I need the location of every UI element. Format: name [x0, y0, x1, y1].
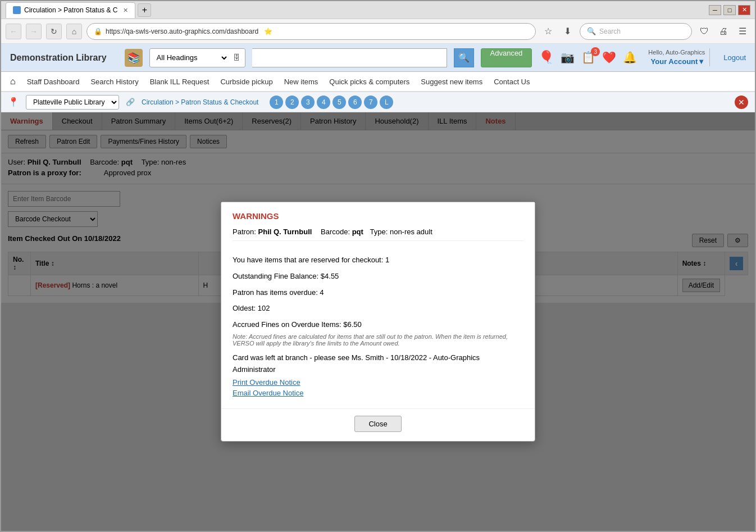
patron-tab-7[interactable]: 7 — [364, 96, 377, 109]
minimize-button[interactable]: ─ — [709, 5, 721, 15]
warning-line-4: Oldest: 102 — [233, 303, 523, 315]
list-icon-group[interactable]: 📋 3 — [581, 51, 595, 64]
modal-type: non-res adult — [390, 228, 432, 236]
library-select[interactable]: Platteville Public Library — [26, 95, 119, 110]
modal-header: WARNINGS Patron: Phil Q. Turnbull Barcod… — [221, 202, 535, 245]
modal-overlay: WARNINGS Patron: Phil Q. Turnbull Barcod… — [1, 112, 755, 531]
warning-line-2: Outstanding Fine Balance: $4.55 — [233, 271, 523, 283]
app-logo: 📚 — [125, 49, 143, 67]
browser-right-icons: 🛡 🖨 ☰ — [696, 24, 750, 39]
patron-tab-6[interactable]: 6 — [348, 96, 362, 109]
close-patron-button[interactable]: ✕ — [735, 96, 748, 109]
window-controls: ─ □ ✕ — [709, 5, 750, 15]
advanced-button[interactable]: Advanced — [481, 48, 532, 67]
address-bar[interactable]: 🔒 https://qa-swls-verso.auto-graphics.co… — [86, 23, 536, 40]
browser-tab-bar: Circulation > Patron Status & C ✕ + — [6, 1, 704, 19]
warnings-modal: WARNINGS Patron: Phil Q. Turnbull Barcod… — [221, 202, 535, 442]
nav-suggest-new[interactable]: Suggest new items — [421, 78, 482, 86]
chain-icon: 🔗 — [126, 98, 135, 106]
heart-icon-group[interactable]: ❤️ — [602, 51, 616, 64]
search-placeholder: Search — [599, 28, 621, 35]
patron-tab-4[interactable]: 4 — [317, 96, 330, 109]
divider — [709, 48, 710, 66]
warning-line-1: You have items that are reserved for che… — [233, 254, 523, 266]
breadcrumb[interactable]: Circulation > Patron Status & Checkout — [142, 98, 258, 106]
new-tab-button[interactable]: + — [138, 3, 151, 17]
browser-nav-bar: ← → ↻ ⌂ 🔒 https://qa-swls-verso.auto-gra… — [1, 19, 755, 44]
search-input[interactable] — [252, 48, 447, 67]
modal-barcode-label: Barcode: — [321, 228, 350, 236]
back-button[interactable]: ← — [6, 24, 21, 39]
database-icon: 🗄 — [229, 53, 245, 62]
browser-search-box[interactable]: 🔍 Search — [580, 23, 692, 40]
tab-close-button[interactable]: ✕ — [123, 7, 128, 14]
modal-body: You have items that are reserved for che… — [221, 245, 535, 408]
header-right-icons: 🎈 📷 📋 3 ❤️ 🔔 Hello, Auto-Graphics Your A… — [539, 48, 746, 67]
modal-type-label: Type: — [370, 228, 388, 236]
patron-tab-2[interactable]: 2 — [285, 96, 299, 109]
patron-tab-3[interactable]: 3 — [301, 96, 315, 109]
camera-icon-group[interactable]: 📷 — [561, 51, 575, 64]
list-badge: 3 — [591, 47, 600, 56]
balloon-icon[interactable]: 🎈 — [539, 50, 554, 65]
patron-tab-5[interactable]: 5 — [333, 96, 346, 109]
modal-close-button[interactable]: Close — [354, 416, 401, 432]
patron-tabs: 1 2 3 4 5 6 7 L — [270, 96, 393, 109]
modal-title: WARNINGS — [233, 211, 523, 221]
home-nav-button[interactable]: ⌂ — [66, 24, 82, 39]
your-account-link[interactable]: Your Account▼ — [648, 57, 705, 67]
nav-contact-us[interactable]: Contact Us — [494, 78, 530, 86]
tab-favicon — [13, 6, 21, 14]
email-overdue-link[interactable]: Email Overdue Notice — [233, 389, 523, 397]
modal-patron-line: Patron: Phil Q. Turnbull Barcode: pqt Ty… — [233, 223, 523, 241]
reload-button[interactable]: ↻ — [46, 24, 62, 39]
bookmark-icon[interactable]: ☆ — [540, 24, 556, 39]
active-tab[interactable]: Circulation > Patron Status & C ✕ — [6, 2, 135, 18]
app-header: Demonstration Library 📚 All Headings 🗄 🔍… — [1, 44, 755, 72]
location-icon: 📍 — [8, 97, 19, 107]
modal-barcode: pqt — [352, 228, 363, 236]
home-icon[interactable]: ⌂ — [10, 76, 16, 87]
nav-search-history[interactable]: Search History — [90, 78, 138, 86]
close-button[interactable]: ✕ — [738, 5, 750, 15]
nav-staff-dashboard[interactable]: Staff Dashboard — [27, 78, 80, 86]
user-info: Hello, Auto-Graphics Your Account▼ — [648, 48, 705, 67]
modal-patron-name: Phil Q. Turnbull — [258, 228, 312, 236]
tab-title: Circulation > Patron Status & C — [24, 6, 117, 14]
patron-tab-l[interactable]: L — [380, 96, 393, 109]
user-account-area: Hello, Auto-Graphics Your Account▼ Logou… — [648, 48, 746, 67]
maximize-button[interactable]: □ — [723, 5, 736, 15]
content-area: Warnings Checkout Patron Summary Items O… — [1, 112, 755, 531]
search-heading-dropdown[interactable]: All Headings 🗄 — [149, 48, 245, 67]
nav-blank-ill[interactable]: Blank ILL Request — [150, 78, 210, 86]
patron-message: Card was left at branch - please see Ms.… — [233, 353, 523, 362]
url-text: https://qa-swls-verso.auto-graphics.com/… — [106, 28, 258, 35]
warning-line-3: Patron has items overdue: 4 — [233, 287, 523, 299]
admin-label: Administrator — [233, 365, 523, 374]
browser-toolbar-icons: ☆ ⬇ — [540, 24, 575, 39]
logout-link[interactable]: Logout — [723, 53, 746, 62]
heading-select[interactable]: All Headings — [150, 49, 229, 67]
patron-tab-1[interactable]: 1 — [270, 96, 283, 109]
forward-button[interactable]: → — [26, 24, 42, 39]
location-bar: 📍 Platteville Public Library 🔗 Circulati… — [1, 92, 755, 112]
print-overdue-link[interactable]: Print Overdue Notice — [233, 378, 523, 387]
modal-patron-label: Patron: — [233, 228, 256, 236]
nav-curbside[interactable]: Curbside pickup — [220, 78, 272, 86]
print-icon[interactable]: 🖨 — [716, 24, 731, 39]
app-title: Demonstration Library — [10, 53, 107, 63]
bell-icon-group[interactable]: 🔔 — [623, 51, 637, 64]
search-go-button[interactable]: 🔍 — [454, 48, 474, 67]
nav-new-items[interactable]: New items — [284, 78, 318, 86]
warning-line-5: Accrued Fines on Overdue Items: $6.50 — [233, 319, 523, 331]
hello-text: Hello, Auto-Graphics — [648, 48, 705, 57]
nav-quick-picks[interactable]: Quick picks & computers — [329, 78, 409, 86]
title-bar: Circulation > Patron Status & C ✕ + ─ □ … — [1, 1, 755, 19]
warning-note: Note: Accrued fines are calculated for i… — [233, 333, 523, 347]
downloads-icon[interactable]: ⬇ — [559, 24, 575, 39]
menu-icon[interactable]: ☰ — [735, 24, 750, 39]
main-navigation: ⌂ Staff Dashboard Search History Blank I… — [1, 72, 755, 92]
shield-icon[interactable]: 🛡 — [696, 24, 712, 39]
modal-footer: Close — [221, 408, 535, 441]
